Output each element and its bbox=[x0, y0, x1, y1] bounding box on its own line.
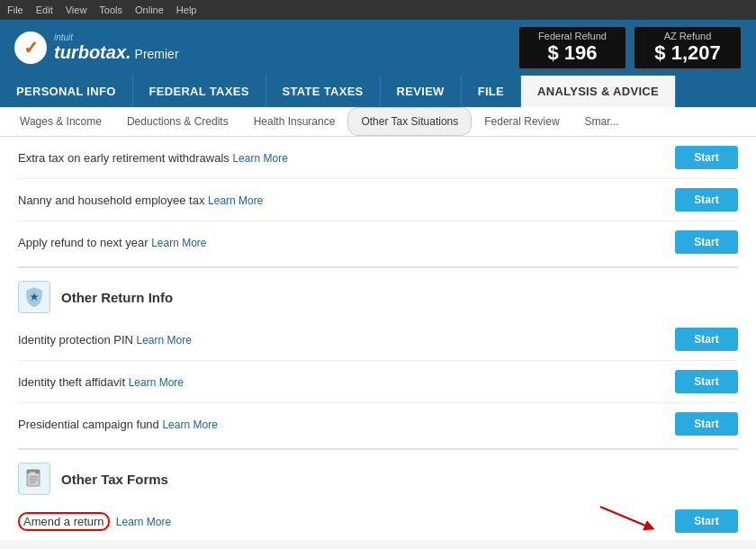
early-retirement-text: Extra tax on early retirement withdrawal… bbox=[18, 151, 675, 165]
menu-help[interactable]: Help bbox=[176, 4, 197, 15]
list-item: Identity theft affidavit Learn More Star… bbox=[18, 361, 738, 403]
list-item: Amend a return Learn More Start bbox=[18, 500, 738, 540]
subtab-wages-income[interactable]: Wages & Income bbox=[7, 108, 114, 135]
subtab-federal-review[interactable]: Federal Review bbox=[472, 108, 572, 135]
presidential-fund-text: Presidential campaign fund Learn More bbox=[18, 418, 675, 431]
sub-nav: Wages & Income Deductions & Credits Heal… bbox=[0, 107, 756, 137]
menu-tools[interactable]: Tools bbox=[99, 4, 122, 15]
other-tax-forms-header: TAX Other Tax Forms bbox=[18, 448, 738, 500]
presidential-fund-start-button[interactable]: Start bbox=[675, 412, 738, 436]
logo-area: ✓ intuit turbotax . Premier bbox=[14, 32, 518, 64]
az-refund-amount: $ 1,207 bbox=[649, 41, 726, 65]
other-return-info-icon bbox=[18, 281, 50, 313]
shield-star-icon bbox=[23, 286, 45, 308]
red-arrow-annotation bbox=[596, 502, 668, 534]
early-retirement-learn-more[interactable]: Learn More bbox=[232, 152, 287, 165]
amend-return-start-button[interactable]: Start bbox=[675, 509, 738, 533]
federal-refund-amount: $ 196 bbox=[534, 41, 611, 65]
menu-view[interactable]: View bbox=[66, 4, 87, 15]
document-icon: TAX bbox=[23, 468, 45, 490]
other-return-info-title: Other Return Info bbox=[61, 290, 173, 305]
other-return-info-section: Other Return Info Identity protection PI… bbox=[18, 266, 738, 445]
main-content: Extra tax on early retirement withdrawal… bbox=[0, 137, 756, 540]
federal-refund-label: Federal Refund bbox=[534, 31, 611, 41]
svg-line-8 bbox=[600, 507, 650, 527]
other-tax-forms-section: TAX Other Tax Forms Amend a return Learn… bbox=[18, 448, 738, 540]
subtab-smart[interactable]: Smar... bbox=[572, 108, 632, 135]
tab-state-taxes[interactable]: STATE TAXES bbox=[266, 76, 381, 107]
nanny-tax-text: Nanny and household employee tax Learn M… bbox=[18, 194, 675, 207]
subtab-health-insurance[interactable]: Health Insurance bbox=[241, 108, 348, 135]
logo-circle: ✓ bbox=[14, 32, 47, 64]
logo-checkmark: ✓ bbox=[23, 37, 39, 58]
list-item: Nanny and household employee tax Learn M… bbox=[18, 179, 738, 221]
list-item: Extra tax on early retirement withdrawal… bbox=[18, 137, 738, 179]
amend-return-text: Amend a return Learn More bbox=[18, 515, 675, 528]
early-retirement-start-button[interactable]: Start bbox=[675, 146, 738, 169]
identity-pin-text: Identity protection PIN Learn More bbox=[18, 333, 675, 346]
tab-personal-info[interactable]: PERSONAL INFO bbox=[0, 76, 133, 107]
svg-text:TAX: TAX bbox=[29, 471, 36, 475]
apply-refund-start-button[interactable]: Start bbox=[675, 230, 738, 254]
list-item: Identity protection PIN Learn More Start bbox=[18, 319, 738, 361]
presidential-fund-learn-more[interactable]: Learn More bbox=[162, 418, 217, 431]
subtab-deductions-credits[interactable]: Deductions & Credits bbox=[114, 108, 241, 135]
federal-refund-box: Federal Refund $ 196 bbox=[518, 26, 626, 69]
amend-return-learn-more[interactable]: Learn More bbox=[116, 516, 171, 528]
apply-refund-text: Apply refund to next year Learn More bbox=[18, 236, 675, 249]
az-refund-label: AZ Refund bbox=[649, 31, 726, 41]
amend-return-circled: Amend a return bbox=[18, 512, 110, 531]
identity-pin-learn-more[interactable]: Learn More bbox=[137, 334, 192, 346]
tab-analysis-advice[interactable]: ANALYSIS & ADVICE bbox=[521, 76, 676, 107]
az-refund-box: AZ Refund $ 1,207 bbox=[634, 26, 742, 69]
nanny-tax-start-button[interactable]: Start bbox=[675, 188, 738, 212]
menu-file[interactable]: File bbox=[7, 4, 23, 15]
other-tax-forms-icon: TAX bbox=[18, 463, 50, 495]
identity-theft-learn-more[interactable]: Learn More bbox=[129, 376, 184, 389]
tab-review[interactable]: REVIEW bbox=[381, 76, 462, 107]
other-return-info-header: Other Return Info bbox=[18, 266, 738, 319]
menu-online[interactable]: Online bbox=[135, 4, 164, 15]
header: ✓ intuit turbotax . Premier Federal Refu… bbox=[0, 20, 756, 76]
identity-theft-start-button[interactable]: Start bbox=[675, 370, 738, 393]
logo-turbotax: turbotax bbox=[54, 42, 126, 63]
logo-dot: . bbox=[126, 42, 131, 63]
logo-product: Premier bbox=[135, 47, 179, 63]
nanny-tax-learn-more[interactable]: Learn More bbox=[208, 194, 263, 207]
tab-federal-taxes[interactable]: FEDERAL TAXES bbox=[133, 76, 266, 107]
menu-bar: File Edit View Tools Online Help bbox=[0, 0, 756, 20]
tab-file[interactable]: FILE bbox=[462, 76, 521, 107]
top-items-section: Extra tax on early retirement withdrawal… bbox=[18, 137, 738, 263]
identity-theft-text: Identity theft affidavit Learn More bbox=[18, 375, 675, 389]
list-item: Apply refund to next year Learn More Sta… bbox=[18, 221, 738, 263]
logo-text: intuit turbotax . Premier bbox=[54, 32, 179, 63]
logo-intuit: intuit bbox=[54, 32, 179, 42]
subtab-other-tax-situations[interactable]: Other Tax Situations bbox=[347, 107, 472, 136]
other-tax-forms-title: Other Tax Forms bbox=[61, 472, 168, 487]
main-nav: PERSONAL INFO FEDERAL TAXES STATE TAXES … bbox=[0, 76, 756, 107]
identity-pin-start-button[interactable]: Start bbox=[675, 328, 738, 351]
menu-edit[interactable]: Edit bbox=[36, 4, 53, 15]
refund-boxes: Federal Refund $ 196 AZ Refund $ 1,207 bbox=[518, 26, 742, 69]
apply-refund-learn-more[interactable]: Learn More bbox=[151, 237, 206, 249]
list-item: Presidential campaign fund Learn More St… bbox=[18, 403, 738, 445]
